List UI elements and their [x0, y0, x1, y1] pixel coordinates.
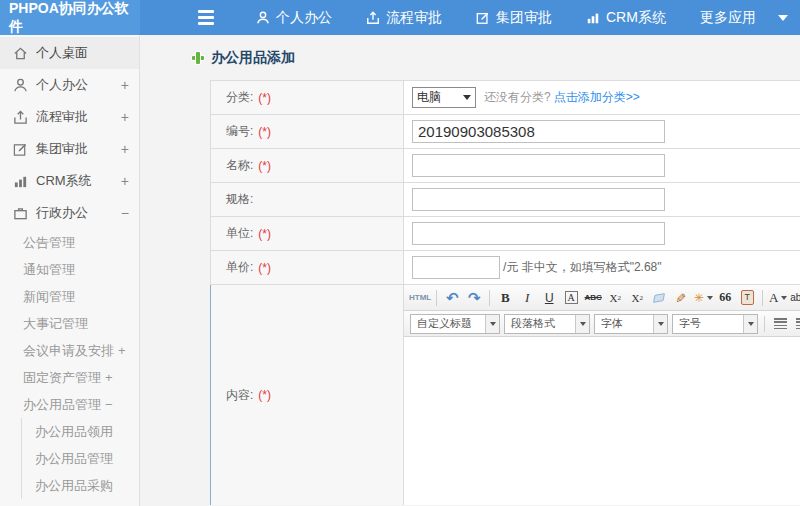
supply-add-form: 分类: (*) 电脑 还没有分类? 点击添加分类>> 编号: (*): [210, 80, 800, 505]
sidebar: 个人桌面 个人办公 + 流程审批 + 集团审批 + CRM系统 + 行政办公 −: [0, 35, 140, 506]
paste-as-text-icon[interactable]: T: [737, 288, 757, 308]
highlight-color-button[interactable]: ab✎: [790, 288, 800, 308]
required-mark: (*): [258, 91, 271, 105]
category-label: 分类:: [226, 89, 253, 106]
sidebar-item-admin-office[interactable]: 行政办公 −: [0, 197, 139, 229]
name-input[interactable]: [412, 154, 665, 177]
subscript-button[interactable]: X2: [627, 288, 647, 308]
rich-text-editor: HTML ↶ ↷ B I U A ABC X2 X2: [404, 285, 800, 505]
required-mark: (*): [258, 125, 271, 139]
chevron-down-icon[interactable]: [778, 15, 788, 21]
user-icon: [12, 77, 28, 93]
sidebar-item-fixed-assets-mgmt[interactable]: 固定资产管理+: [0, 364, 139, 391]
sidebar-item-supplies-manage[interactable]: 办公用品管理: [22, 445, 139, 472]
user-icon: [256, 11, 270, 25]
spec-label: 规格:: [226, 191, 253, 208]
expand-icon[interactable]: +: [121, 141, 129, 157]
sidebar-item-office-supplies-mgmt[interactable]: 办公用品管理−: [0, 391, 139, 418]
category-select[interactable]: 电脑: [412, 87, 476, 108]
sidebar-item-crm[interactable]: CRM系统 +: [0, 165, 139, 197]
app-logo: PHPOA协同办公软件: [0, 0, 140, 35]
nav-group-approval[interactable]: 集团审批: [476, 9, 552, 27]
form-row-spec: 规格:: [210, 183, 800, 217]
html-source-button[interactable]: HTML: [409, 288, 431, 308]
form-row-price: 单价: (*) /元 非中文，如填写格式"2.68": [210, 251, 800, 285]
form-row-name: 名称: (*): [210, 149, 800, 183]
font-size-select[interactable]: 字号: [672, 314, 758, 334]
sidebar-item-personal-desktop[interactable]: 个人桌面: [0, 37, 139, 69]
autoformat-icon[interactable]: ✳: [693, 288, 713, 308]
sidebar-item-meeting-mgmt[interactable]: 会议申请及安排+: [0, 337, 139, 364]
top-header: PHPOA协同办公软件 个人办公 流程审批 集团审批 CRM系统 更多应用: [0, 0, 800, 35]
bar-chart-icon: [586, 11, 600, 25]
nav-crm[interactable]: CRM系统: [586, 9, 666, 27]
form-row-content: 内容: (*) HTML ↶ ↷ B I: [210, 285, 800, 505]
select-caret-icon: [575, 315, 589, 333]
font-color-button[interactable]: A: [768, 288, 788, 308]
sidebar-item-group-approval[interactable]: 集团审批 +: [0, 133, 139, 165]
format-brush-icon[interactable]: ✎: [671, 288, 691, 308]
sidebar-item-events-mgmt[interactable]: 大事记管理: [0, 310, 139, 337]
content-label: 内容:: [226, 387, 253, 404]
home-icon: [12, 45, 28, 61]
sidebar-item-announcement-mgmt[interactable]: 公告管理: [0, 229, 139, 256]
strikethrough-button[interactable]: ABC: [583, 288, 603, 308]
bar-chart-icon: [12, 173, 28, 189]
editor-content-area[interactable]: [404, 337, 800, 505]
superscript-button[interactable]: X2: [605, 288, 625, 308]
redo-icon[interactable]: ↷: [464, 288, 484, 308]
select-caret-icon: [485, 315, 499, 333]
underline-button[interactable]: U: [539, 288, 559, 308]
add-plus-icon: [192, 52, 204, 64]
bold-button[interactable]: B: [495, 288, 515, 308]
workflow-icon: [12, 109, 28, 125]
form-row-unit: 单位: (*): [210, 217, 800, 251]
editor-toolbar-row1: HTML ↶ ↷ B I U A ABC X2 X2: [404, 285, 800, 311]
collapse-icon: −: [105, 397, 113, 412]
add-category-link[interactable]: 点击添加分类>>: [554, 89, 640, 106]
unit-label: 单位:: [226, 225, 253, 242]
expand-icon[interactable]: +: [121, 77, 129, 93]
form-row-category: 分类: (*) 电脑 还没有分类? 点击添加分类>>: [210, 81, 800, 115]
unit-input[interactable]: [412, 222, 665, 245]
name-label: 名称:: [226, 157, 253, 174]
sidebar-item-supplies-claim[interactable]: 办公用品领用: [22, 418, 139, 445]
nav-workflow-approval[interactable]: 流程审批: [366, 9, 442, 27]
expand-icon: +: [118, 343, 126, 358]
sidebar-item-workflow-approval[interactable]: 流程审批 +: [0, 101, 139, 133]
hamburger-menu-icon[interactable]: [198, 10, 214, 25]
nav-more-apps[interactable]: 更多应用: [700, 9, 756, 27]
required-mark: (*): [258, 227, 271, 241]
price-input[interactable]: [412, 256, 500, 279]
blockquote-button[interactable]: 66: [715, 288, 735, 308]
sidebar-item-supplies-purchase[interactable]: 办公用品采购: [22, 472, 139, 499]
eraser-icon[interactable]: [649, 288, 669, 308]
expand-icon: +: [105, 370, 113, 385]
custom-heading-select[interactable]: 自定义标题: [410, 314, 500, 334]
edit-icon: [12, 141, 28, 157]
sidebar-item-personal-office[interactable]: 个人办公 +: [0, 69, 139, 101]
undo-icon[interactable]: ↶: [442, 288, 462, 308]
spec-input[interactable]: [412, 188, 665, 211]
char-border-button[interactable]: A: [561, 288, 581, 308]
paragraph-format-select[interactable]: 段落格式: [504, 314, 590, 334]
expand-icon[interactable]: +: [121, 109, 129, 125]
sidebar-item-news-mgmt[interactable]: 新闻管理: [0, 283, 139, 310]
price-label: 单价:: [226, 259, 253, 276]
workflow-icon: [366, 11, 380, 25]
expand-icon[interactable]: +: [121, 173, 129, 189]
font-family-select[interactable]: 字体: [594, 314, 668, 334]
collapse-icon[interactable]: −: [121, 205, 129, 221]
no-category-hint: 还没有分类?: [484, 89, 551, 106]
italic-button[interactable]: I: [517, 288, 537, 308]
align-left-icon[interactable]: [770, 314, 790, 334]
required-mark: (*): [258, 159, 271, 173]
align-center-icon[interactable]: [792, 314, 800, 334]
number-input[interactable]: [412, 120, 665, 143]
briefcase-icon: [12, 205, 28, 221]
main-content: 办公用品添加 分类: (*) 电脑 还没有分类? 点击添加分类>>: [140, 35, 800, 506]
form-row-number: 编号: (*): [210, 115, 800, 149]
sidebar-item-notice-mgmt[interactable]: 通知管理: [0, 256, 139, 283]
required-mark: (*): [258, 261, 271, 275]
nav-personal-office[interactable]: 个人办公: [256, 9, 332, 27]
